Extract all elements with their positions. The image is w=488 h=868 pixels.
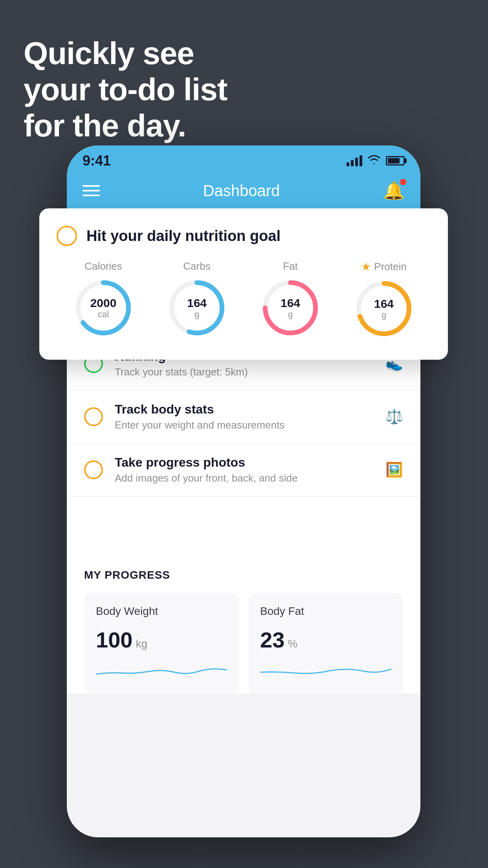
nutrition-goal-checkbox[interactable] bbox=[57, 226, 77, 246]
fat-ring: 164 g bbox=[259, 276, 322, 339]
progress-section: MY PROGRESS Body Weight 100 kg Body Fat bbox=[67, 552, 420, 693]
todo-item-body-stats[interactable]: Track body stats Enter your weight and m… bbox=[67, 390, 420, 443]
signal-bars-icon bbox=[347, 155, 362, 166]
weight-value: 100 bbox=[96, 627, 132, 653]
hamburger-menu[interactable] bbox=[83, 185, 100, 196]
carbs-unit: g bbox=[194, 309, 199, 319]
calories-ring: 2000 cal bbox=[72, 276, 135, 339]
navbar: Dashboard 🔔 bbox=[67, 173, 420, 208]
fat-label: Fat bbox=[283, 260, 298, 272]
weight-card-title: Body Weight bbox=[96, 605, 227, 618]
progress-cards: Body Weight 100 kg Body Fat 23 % bbox=[84, 593, 403, 693]
wifi-icon bbox=[367, 154, 381, 168]
protein-value: 164 bbox=[374, 297, 394, 310]
bodyfat-value: 23 bbox=[260, 627, 284, 653]
todo-title-photos: Take progress photos bbox=[115, 455, 374, 470]
bodyfat-unit: % bbox=[288, 638, 297, 650]
bodyfat-card-title: Body Fat bbox=[260, 605, 391, 618]
protein-ring-item: ★ Protein 164 g bbox=[352, 260, 415, 340]
protein-unit: g bbox=[382, 310, 386, 320]
weight-sparkline bbox=[96, 660, 227, 680]
carbs-value: 164 bbox=[187, 296, 207, 309]
headline-line1: Quickly see bbox=[24, 35, 227, 72]
nutrition-goal-title: Hit your daily nutrition goal bbox=[86, 228, 281, 245]
todo-checkbox-photos[interactable] bbox=[84, 460, 103, 479]
todo-subtitle-photos: Add images of your front, back, and side bbox=[115, 472, 374, 484]
progress-section-title: MY PROGRESS bbox=[84, 569, 403, 581]
battery-icon bbox=[386, 156, 405, 166]
bodyfat-sparkline bbox=[260, 660, 391, 680]
todo-list: Running Track your stats (target: 5km) 👟… bbox=[67, 337, 420, 497]
todo-title-body-stats: Track body stats bbox=[115, 402, 374, 417]
nav-title: Dashboard bbox=[203, 182, 280, 200]
photo-icon: 🖼️ bbox=[385, 462, 403, 478]
todo-checkbox-body-stats[interactable] bbox=[84, 407, 103, 426]
todo-subtitle-body-stats: Enter your weight and measurements bbox=[115, 419, 374, 431]
status-time: 9:41 bbox=[83, 153, 111, 169]
status-bar: 9:41 bbox=[67, 145, 420, 173]
calories-label: Calories bbox=[84, 260, 122, 272]
todo-subtitle-running: Track your stats (target: 5km) bbox=[115, 366, 374, 378]
calories-unit: cal bbox=[98, 309, 109, 319]
progress-card-weight[interactable]: Body Weight 100 kg bbox=[84, 593, 239, 693]
headline-line3: for the day. bbox=[24, 108, 227, 144]
progress-card-bodyfat[interactable]: Body Fat 23 % bbox=[248, 593, 403, 693]
notification-bell-icon[interactable]: 🔔 bbox=[383, 180, 405, 201]
carbs-ring: 164 g bbox=[165, 276, 228, 339]
todo-item-photos[interactable]: Take progress photos Add images of your … bbox=[67, 443, 420, 497]
fat-value: 164 bbox=[281, 296, 300, 309]
nutrition-goal-card: Hit your daily nutrition goal Calories 2… bbox=[39, 208, 448, 360]
fat-unit: g bbox=[288, 309, 293, 319]
protein-label: ★ Protein bbox=[361, 260, 406, 273]
protein-star-icon: ★ bbox=[361, 260, 371, 273]
calories-ring-item: Calories 2000 cal bbox=[72, 260, 135, 339]
carbs-label: Carbs bbox=[183, 260, 210, 272]
headline: Quickly see your to-do list for the day. bbox=[24, 35, 227, 144]
scale-icon: ⚖️ bbox=[385, 408, 403, 425]
notification-dot bbox=[400, 179, 406, 185]
calories-value: 2000 bbox=[90, 296, 117, 309]
carbs-ring-item: Carbs 164 g bbox=[165, 260, 228, 339]
protein-ring: 164 g bbox=[352, 277, 415, 340]
headline-line2: your to-do list bbox=[24, 72, 227, 108]
nutrition-rings: Calories 2000 cal Carbs bbox=[57, 260, 431, 340]
status-icons bbox=[347, 154, 405, 168]
fat-ring-item: Fat 164 g bbox=[259, 260, 322, 339]
weight-unit: kg bbox=[136, 638, 147, 650]
